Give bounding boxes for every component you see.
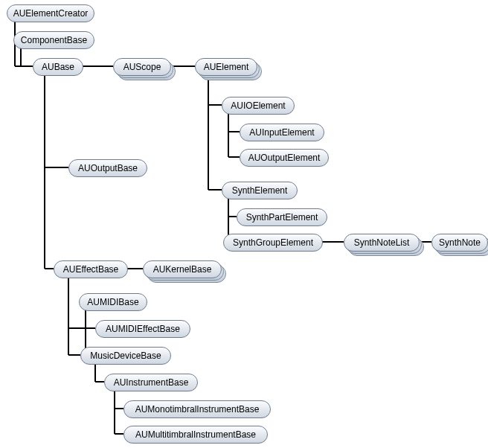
class-label: SynthNoteList	[353, 237, 411, 248]
class-node-auScope: AUScope	[113, 58, 170, 74]
class-node-synthElement: SynthElement	[222, 182, 296, 198]
class-node-auElement: AUElement	[195, 58, 256, 74]
class-label: AUBase	[40, 62, 76, 72]
class-node-auMidiEffectBase: AUMIDIEffectBase	[95, 320, 189, 336]
class-label: AUInputElement	[248, 127, 315, 138]
class-label: AUMIDIEffectBase	[104, 324, 182, 334]
class-node-auMultitimbral: AUMultitimbralInstrumentBase	[123, 426, 266, 442]
class-label: SynthElement	[231, 185, 289, 196]
class-label: AUElementCreator	[12, 8, 90, 19]
class-node-auOutputBase: AUOutputBase	[68, 159, 146, 176]
class-label: AUMIDIBase	[86, 297, 140, 307]
class-label: AUOutputBase	[77, 163, 139, 173]
class-node-auMidiBase: AUMIDIBase	[79, 293, 146, 310]
class-label: AUMultitimbralInstrumentBase	[134, 429, 257, 440]
class-label: AUScope	[122, 62, 163, 72]
class-label: SynthPartElement	[245, 212, 320, 223]
class-node-auInstrumentBase: AUInstrumentBase	[104, 374, 196, 390]
class-node-auOutputElement: AUOutputElement	[240, 149, 327, 165]
class-label: AUElement	[202, 62, 251, 72]
class-node-componentBase: ComponentBase	[13, 31, 93, 48]
class-label: AUIOElement	[229, 100, 286, 111]
class-node-auInputElement: AUInputElement	[240, 124, 323, 140]
class-label: AUInstrumentBase	[112, 377, 190, 388]
class-node-synthGroupElement: SynthGroupElement	[223, 234, 321, 250]
class-node-synthNoteList: SynthNoteList	[344, 234, 418, 250]
class-node-auElementCreator: AUElementCreator	[7, 4, 93, 21]
class-label: AUEffectBase	[62, 264, 120, 275]
class-node-auEffectBase: AUEffectBase	[54, 260, 126, 277]
class-label: SynthNote	[437, 237, 482, 248]
class-node-auKernelBase: AUKernelBase	[143, 260, 220, 277]
class-label: SynthGroupElement	[231, 237, 315, 248]
class-node-auioElement: AUIOElement	[222, 97, 293, 113]
class-label: AUMonotimbralInstrumentBase	[134, 404, 261, 415]
class-label: MusicDeviceBase	[89, 351, 162, 361]
class-node-musicDeviceBase: MusicDeviceBase	[80, 347, 170, 363]
class-node-auBase: AUBase	[33, 58, 82, 74]
class-label: AUOutputElement	[247, 153, 322, 163]
class-node-synthPartElement: SynthPartElement	[237, 208, 326, 225]
class-node-auMonotimbral: AUMonotimbralInstrumentBase	[123, 400, 269, 417]
hierarchy-diagram: AUElementCreatorComponentBaseAUBaseAUSco…	[0, 0, 488, 448]
class-node-synthNote: SynthNote	[431, 234, 487, 250]
class-label: AUKernelBase	[152, 264, 214, 275]
class-label: ComponentBase	[19, 35, 89, 45]
